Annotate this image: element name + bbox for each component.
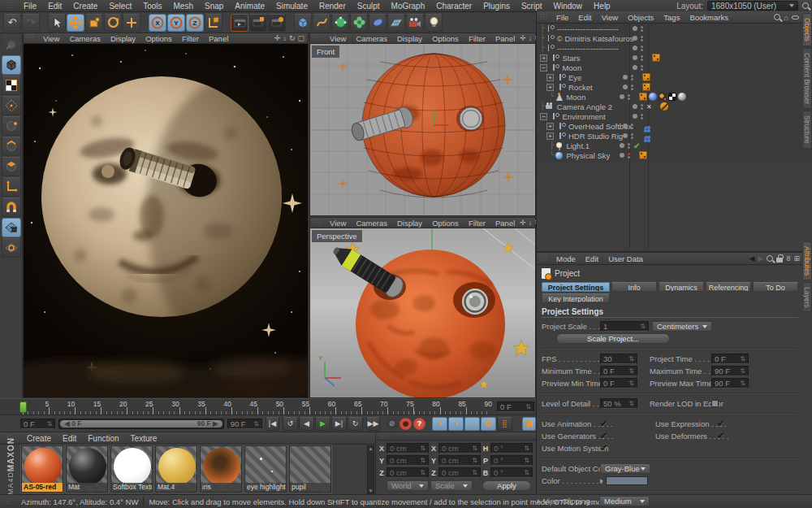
protection-tag-icon[interactable] (660, 102, 668, 111)
render-visibility-dots[interactable] (631, 124, 633, 129)
editor-visibility-dot[interactable] (633, 26, 637, 31)
viewport-front-canvas[interactable]: Front (310, 44, 535, 215)
viewport-menu-display[interactable]: Display (392, 219, 427, 228)
polygon-mode-button[interactable] (2, 157, 21, 176)
tab-to-do[interactable]: To Do (753, 282, 798, 292)
display-tag-icon[interactable] (659, 93, 667, 101)
viewport-menu-display[interactable]: Display (392, 34, 427, 43)
render-visibility-dots[interactable] (631, 75, 633, 80)
material-item[interactable]: pupil (289, 445, 331, 493)
subdivision-surface-button[interactable] (331, 14, 349, 32)
pan-view-icon[interactable]: ✛ (520, 34, 526, 42)
lock-z-axis-button[interactable]: Z (186, 14, 204, 32)
object-manager-grip[interactable] (540, 13, 548, 21)
material-scrollbar[interactable]: ▲▼ (367, 445, 374, 494)
tree-row[interactable]: + Eye (537, 72, 812, 82)
collapse-icon[interactable]: − (540, 64, 547, 72)
material-item[interactable]: Mat (66, 445, 108, 493)
search-icon[interactable] (802, 2, 809, 9)
object-name[interactable]: Light.1 (566, 141, 590, 150)
tab-dynamics[interactable]: Dynamics (659, 282, 704, 292)
snap-magnet-button[interactable] (2, 198, 21, 217)
viewport-menu-panel[interactable]: Panel (204, 34, 233, 43)
coord-z-size-field[interactable]: 0 cm⇅ (438, 467, 481, 478)
viewport-menu-view[interactable]: View (325, 34, 351, 43)
editor-visibility-dot[interactable] (620, 153, 624, 158)
key-position-toggle[interactable]: + (432, 417, 447, 431)
material-menu-function[interactable]: Function (82, 434, 124, 443)
render-visibility-dots[interactable] (628, 94, 630, 100)
menubar-grip[interactable] (6, 2, 15, 10)
add-cube-button[interactable] (294, 14, 312, 32)
menu-create[interactable]: Create (67, 2, 103, 11)
history-back-icon[interactable]: ◀ (749, 254, 755, 263)
coord-z-position-field[interactable]: 0 cm⇅ (387, 467, 429, 478)
eye-icon[interactable] (792, 15, 799, 20)
use-generators-checkbox[interactable]: ✔ (600, 432, 609, 441)
render-settings-button[interactable] (268, 14, 286, 32)
tab-key-interpolation[interactable]: Key Interpolation (542, 293, 610, 303)
menu-mograph[interactable]: MoGraph (386, 2, 431, 11)
tree-row[interactable]: └ Moon (537, 92, 812, 102)
object-name[interactable]: Stars (562, 54, 580, 63)
menu-simulate[interactable]: Simulate (270, 2, 313, 11)
compositing-tag-icon[interactable] (639, 151, 647, 159)
coord-x-position-field[interactable]: 0 cm⇅ (387, 443, 429, 454)
editor-visibility-dot[interactable] (633, 55, 637, 60)
menu-animate[interactable]: Animate (229, 2, 270, 11)
render-visibility-dots[interactable] (631, 133, 633, 139)
object-name[interactable]: ------------------------ (557, 24, 619, 33)
last-used-tool[interactable] (123, 14, 140, 32)
viewport-perspective-canvas[interactable]: Perspective (310, 228, 535, 397)
tab-referencing[interactable]: Referencing (706, 282, 751, 292)
go-to-start-button[interactable]: |◀ (266, 417, 279, 431)
viewport-menu-cameras[interactable]: Cameras (351, 219, 392, 228)
editor-visibility-dot[interactable] (623, 85, 628, 89)
uvw-tag-icon[interactable] (668, 93, 676, 101)
add-panel-icon[interactable]: ⊞ (793, 254, 800, 263)
autokey-record-button[interactable]: ◉ (400, 418, 412, 430)
color-swatch[interactable] (606, 476, 648, 485)
key-rotation-toggle[interactable]: ○ (464, 417, 480, 431)
view-clipping-dropdown[interactable]: Medium (599, 496, 650, 506)
menu-help[interactable]: Help (588, 2, 616, 11)
material-item[interactable]: eye highlight (u (244, 445, 287, 493)
undo-button[interactable]: ↶ (3, 14, 21, 32)
attr-menu-edit[interactable]: Edit (581, 254, 603, 263)
project-time-field[interactable]: 0 F⇅ (711, 354, 749, 364)
point-mode-button[interactable] (2, 96, 21, 115)
tree-row[interactable]: + Rocket (537, 82, 812, 92)
coord-size-mode-dropdown[interactable]: Scale (430, 480, 473, 491)
key-parameter-toggle[interactable]: Ⓟ (481, 417, 496, 431)
search-icon[interactable] (767, 255, 773, 262)
lock-y-axis-button[interactable]: Y (167, 14, 185, 32)
axis-mode-button[interactable] (2, 177, 21, 197)
live-selection-tool[interactable] (48, 14, 66, 32)
material-item[interactable]: Softbox Texture (110, 445, 153, 493)
previous-frame-button[interactable]: ◀ (299, 417, 314, 431)
coord-mode-dropdown[interactable]: World (387, 480, 429, 491)
add-environment-button[interactable] (369, 14, 387, 32)
project-scale-field[interactable]: 1⇅ (600, 321, 649, 332)
attribute-grip[interactable] (540, 254, 548, 263)
object-name[interactable]: Rocket (568, 83, 593, 92)
render-view-button[interactable] (231, 14, 248, 32)
coord-b-rotation-field[interactable]: 0 °⇅ (490, 467, 533, 478)
home-icon[interactable]: ⌂ (784, 13, 788, 22)
lock-workplane-button[interactable] (2, 238, 21, 258)
render-lod-checkbox[interactable] (711, 400, 719, 407)
tree-row[interactable]: ├ Camera Angle 2 ✕ (537, 102, 812, 111)
use-animation-checkbox[interactable]: ✔ (600, 419, 609, 428)
viewport-menu-panel[interactable]: Panel (490, 219, 520, 228)
material-item[interactable]: AS-05-red (21, 445, 63, 493)
minimum-time-field[interactable]: 0 F⇅ (600, 366, 637, 376)
tab-content-browser[interactable]: Content Browser (802, 48, 812, 109)
tree-row[interactable]: + OverHead Softbox (537, 121, 812, 131)
redo-button[interactable]: ↷ (22, 14, 40, 32)
menu-script[interactable]: Script (516, 2, 548, 11)
tree-row[interactable]: ├ ------------------------ (537, 24, 812, 33)
range-end-field[interactable]: 90 F⇅ (227, 419, 262, 429)
expand-color-icon[interactable] (600, 479, 603, 484)
add-spline-button[interactable] (313, 14, 330, 32)
current-frame-field[interactable]: 0 F⇅ (497, 402, 534, 412)
